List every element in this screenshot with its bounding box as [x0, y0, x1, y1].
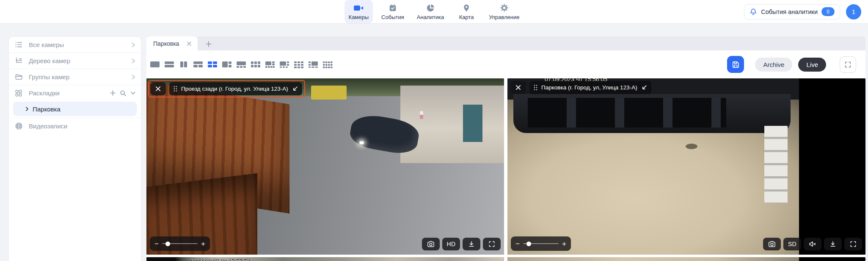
layout-icon-1-plus-7[interactable]	[279, 61, 289, 68]
sidebar-item-layout-parkovka[interactable]: Парковка	[13, 102, 137, 116]
snapshot-button[interactable]	[763, 238, 781, 250]
chevron-down-icon[interactable]	[130, 90, 136, 96]
download-icon	[829, 241, 836, 247]
add-tab-icon[interactable]	[205, 41, 212, 47]
sidebar-item-label: Группы камер	[29, 73, 125, 81]
video-archive-icon	[15, 122, 23, 130]
zoom-slider: − +	[150, 236, 210, 251]
fullscreen-icon	[850, 241, 857, 247]
fullscreen-icon	[844, 61, 851, 68]
download-button[interactable]	[824, 238, 842, 250]
nav-cameras[interactable]: Камеры	[344, 0, 373, 23]
sidebar-item-all-cameras[interactable]: Все камеры	[9, 37, 141, 53]
layout-icon-2x2[interactable]	[207, 61, 218, 68]
tab-bar: Парковка	[146, 36, 865, 50]
collapse-arrow-icon[interactable]	[292, 86, 298, 92]
camera-tile-partial-right[interactable]	[507, 257, 865, 261]
drag-handle-icon[interactable]	[534, 84, 537, 91]
sidebar-item-camera-groups[interactable]: Группы камер	[9, 69, 141, 85]
zoom-slider-handle[interactable]	[526, 242, 531, 246]
sidebar-item-camera-tree[interactable]: Дерево камер	[9, 53, 141, 69]
calendar-check-icon	[388, 3, 397, 13]
layout-icon-3x2[interactable]	[251, 61, 261, 68]
close-tab-icon[interactable]	[187, 41, 192, 46]
camera-title: Парковка (г. Город, ул, Улица 123-А)	[541, 84, 637, 91]
camera-tile-partial-left[interactable]: 2023-09-07 Чт 15:55:58	[146, 257, 504, 261]
layout-icon-3x3[interactable]	[294, 61, 304, 68]
camera-controls: SD	[763, 238, 862, 250]
camera-tile-parkovka[interactable]: 07.09.2023 Чт 15:56:05 Парковка (г. Горо…	[507, 78, 865, 255]
layout-icon-1-plus-7-right[interactable]	[308, 61, 318, 68]
live-mode-button[interactable]: Live	[798, 58, 826, 72]
zoom-slider-track[interactable]	[162, 243, 198, 244]
folder-icon	[15, 73, 23, 81]
layout-icon-2-rows[interactable]	[164, 61, 174, 68]
analytics-events-button[interactable]: События аналитики 0	[744, 4, 840, 19]
quality-button[interactable]: SD	[783, 238, 801, 250]
zoom-in-button[interactable]: +	[562, 240, 566, 247]
camera-label-bar[interactable]: Проезд сзади (г. Город, ул. Улица 123-А)	[169, 82, 302, 95]
add-layout-icon[interactable]	[110, 90, 116, 96]
nav-label: Аналитика	[417, 14, 444, 20]
layout-icon-2-cols[interactable]	[179, 61, 189, 68]
header: Камеры События Аналитика Карта	[0, 0, 868, 24]
bell-icon	[750, 8, 757, 16]
camera-header: Парковка (г. Город, ул, Улица 123-А)	[510, 81, 651, 94]
nav-analytics[interactable]: Аналитика	[413, 0, 448, 23]
quality-button[interactable]: HD	[442, 238, 460, 250]
layout-icon-1-plus-2-right[interactable]	[222, 61, 232, 68]
user-avatar[interactable]: 1	[846, 4, 861, 19]
camera-label-bar[interactable]: Парковка (г. Город, ул, Улица 123-А)	[529, 81, 651, 94]
sidebar-item-layouts[interactable]: Раскладки	[9, 85, 141, 101]
archive-mode-button[interactable]: Archive	[755, 58, 792, 72]
drag-handle-icon[interactable]	[174, 86, 177, 92]
layout-icon-1-plus-6[interactable]	[265, 61, 275, 68]
nav-events[interactable]: События	[377, 0, 408, 23]
nav-management[interactable]: Управление	[485, 0, 524, 23]
header-right: События аналитики 0 1	[744, 0, 861, 23]
fullscreen-icon	[488, 241, 495, 247]
sidebar-item-video-records[interactable]: Видеозаписи	[9, 118, 141, 134]
layout-icon-1-plus-3[interactable]	[236, 61, 246, 68]
fullscreen-button[interactable]	[483, 238, 501, 250]
close-camera-button[interactable]	[510, 81, 526, 94]
camera-snapshot-icon	[427, 241, 435, 247]
camera-controls: HD	[422, 238, 501, 250]
download-button[interactable]	[463, 238, 480, 250]
video-frame	[507, 257, 799, 261]
layout-icon-4x3[interactable]	[322, 61, 333, 68]
close-camera-button[interactable]	[150, 82, 166, 95]
search-icon[interactable]	[120, 90, 127, 97]
collapse-arrow-icon[interactable]	[641, 85, 647, 91]
video-grid: Проезд сзади (г. Город, ул. Улица 123-А)…	[146, 78, 865, 261]
layout-options	[150, 61, 333, 68]
tab-parkovka[interactable]: Парковка	[146, 36, 198, 50]
zoom-slider-track[interactable]	[523, 243, 559, 244]
camera-title: Проезд сзади (г. Город, ул. Улица 123-А)	[181, 86, 288, 92]
zoom-out-button[interactable]: −	[515, 240, 520, 247]
nav-label: Камеры	[349, 14, 369, 20]
letterbox-area	[799, 78, 866, 255]
save-layout-button[interactable]	[727, 56, 744, 73]
sidebar-item-label: Дерево камер	[29, 57, 125, 64]
layout-icon-1-plus-2[interactable]	[193, 61, 203, 68]
snapshot-button[interactable]	[422, 238, 440, 250]
camera-tile-proezd-szadi[interactable]: Проезд сзади (г. Город, ул. Улица 123-А)…	[146, 78, 504, 255]
zoom-out-button[interactable]: −	[154, 240, 159, 247]
tree-icon	[15, 57, 23, 65]
video-frame	[146, 78, 504, 255]
fullscreen-button[interactable]	[844, 238, 862, 250]
nav-map[interactable]: Карта	[452, 0, 480, 23]
camera-snapshot-icon	[768, 241, 776, 247]
zoom-in-button[interactable]: +	[201, 240, 205, 247]
nav-label: Управление	[489, 14, 519, 20]
zoom-slider-handle[interactable]	[165, 242, 170, 246]
chevron-right-icon	[25, 106, 29, 111]
videocam-icon	[353, 3, 364, 13]
layout-icon-1[interactable]	[150, 61, 160, 68]
fullscreen-layout-button[interactable]	[840, 56, 856, 73]
speaker-muted-icon	[809, 241, 816, 247]
quality-label: HD	[447, 241, 456, 247]
chevron-right-icon	[131, 42, 136, 48]
mute-button[interactable]	[804, 238, 821, 250]
